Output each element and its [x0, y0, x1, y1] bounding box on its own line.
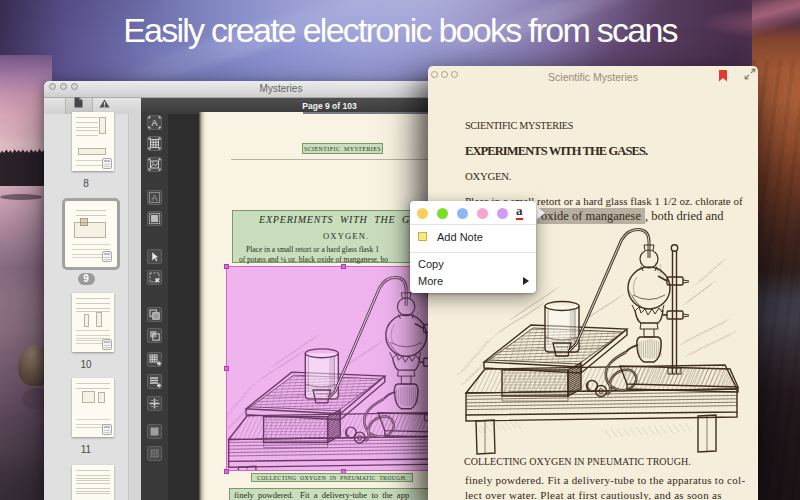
- svg-text:A: A: [151, 193, 157, 203]
- svg-text:A: A: [151, 118, 157, 128]
